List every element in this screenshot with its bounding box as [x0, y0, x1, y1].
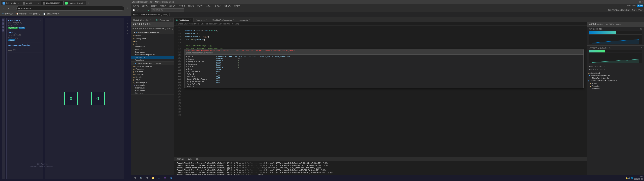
- tab-nuget-close[interactable]: ×: [150, 19, 151, 21]
- tree-controllers[interactable]: ▶ Controllers: [131, 73, 174, 76]
- project-header[interactable]: ▼ ◈ Zhaosi.ElasticSearchCore: [131, 30, 174, 34]
- tree-dependencies[interactable]: ▶ 依赖项: [131, 34, 174, 37]
- tree-startup[interactable]: ● Startup.cs: [131, 92, 174, 94]
- mini-icon-4[interactable]: ◎: [2, 29, 4, 32]
- window-maximize[interactable]: □: [640, 1, 641, 3]
- tree-nlog[interactable]: ⚙ nlog.config: [131, 84, 174, 86]
- window-minimize[interactable]: —: [636, 1, 638, 3]
- perf-item-logstash[interactable]: ▶ Zhaosi.ElasticSearch.Logstash.TCP: [587, 80, 644, 82]
- code-content[interactable]: Person person = new Person(); person.Id …: [183, 26, 587, 157]
- tab-text[interactable]: xxx文字 ×: [21, 1, 41, 5]
- tree-cluster[interactable]: ▶ Cluster: [185, 58, 215, 60]
- tree-fields[interactable]: ▶ Fields: [185, 65, 215, 68]
- mini-icon-3[interactable]: ⊞: [2, 26, 4, 28]
- tree-wwwroot[interactable]: ▶ wwwroot: [131, 70, 174, 73]
- menu-view[interactable]: 视图(V): [150, 4, 159, 7]
- toolbar-save[interactable]: 💾: [132, 8, 136, 12]
- tree-bin[interactable]: ▶ bin: [131, 40, 174, 42]
- tab-elasticsearch[interactable]: elasticsearch.head ×: [64, 1, 86, 5]
- tab-personal-computer[interactable]: 我的个人电脑 ×: [1, 1, 21, 5]
- tree-obj[interactable]: ▶ obj: [131, 42, 174, 45]
- breadcrumb-project-label[interactable]: Zhaosi.ElasticSearchCore: [178, 23, 199, 25]
- tree-appsettings[interactable]: { } appsettings.json: [131, 81, 174, 84]
- tree-springcloud[interactable]: ▶ SpringCloud: [131, 37, 174, 40]
- taskbar-search[interactable]: 🔍: [138, 175, 144, 181]
- solution-header[interactable]: ▼ 解决方案 'Zhaosi.ElasticSearchCore' (1个项目): [131, 27, 174, 30]
- tree-documents[interactable]: ▶ Documents: [185, 63, 215, 65]
- tree-properties[interactable]: ▶ Properties: [131, 68, 174, 70]
- toolbar-redo[interactable]: ↪: [140, 8, 144, 12]
- tree-debuginfo[interactable]: ▶ DebugInformation: [185, 60, 215, 63]
- tree-views[interactable]: ▶ Views: [131, 78, 174, 81]
- menu-window[interactable]: 窗口(W): [223, 4, 232, 7]
- tab-program-close[interactable]: ×: [170, 19, 171, 21]
- menu-analyze[interactable]: 分析(N): [196, 4, 204, 7]
- mini-icon-1[interactable]: □: [2, 19, 4, 22]
- menu-file[interactable]: 文件(F): [132, 4, 140, 7]
- tab-program-cs-1[interactable]: C# Program.cs ×: [154, 18, 174, 22]
- tree-tracinfo[interactable]: ● TracInfo.cs: [131, 59, 174, 61]
- tree-profile[interactable]: Profile: [185, 86, 215, 88]
- taskbar-edge[interactable]: ◉: [168, 175, 174, 181]
- tree-pointintime[interactable]: PointInTimeId: [185, 83, 215, 86]
- tab-nuget[interactable]: NuGet - Zhaosi.E... ×: [131, 18, 154, 22]
- index-close-1[interactable]: ×: [40, 19, 42, 21]
- perf-item-properties[interactable]: ▶ Properties: [587, 85, 644, 88]
- logstash-header[interactable]: ▼ ◈ Zhaosi.ElasticSearch.Logstash: [131, 62, 174, 65]
- tree-testdata[interactable]: ● TestData.cs: [131, 56, 174, 59]
- tree-connected-services[interactable]: ▶ Connected Services: [131, 65, 174, 68]
- new-tab-button[interactable]: +: [86, 1, 91, 5]
- tab-output[interactable]: 输出: [186, 158, 194, 161]
- menu-tools[interactable]: 工具(T): [205, 4, 214, 7]
- taskbar-start[interactable]: ⊞: [132, 175, 138, 181]
- tree-person[interactable]: ● Person.cs: [131, 48, 174, 50]
- menu-debug[interactable]: 调试(D): [177, 4, 186, 7]
- taskbar-explorer[interactable]: 📁: [150, 175, 156, 181]
- tab-close-btn[interactable]: ×: [18, 2, 19, 4]
- back-button[interactable]: ‹: [1, 6, 5, 10]
- index-item-1[interactable]: k_manager_1 × 大小: 30M (30.2M) docs: 17 (…: [6, 18, 43, 30]
- tab-nlog[interactable]: nlog.config ×: [236, 18, 252, 22]
- bookmark-4[interactable]: 📄 【精品MVP慕慕1...: [42, 12, 63, 15]
- address-bar[interactable]: localhost:9100/: [16, 6, 124, 10]
- tree-hitsmetadata[interactable]: ▶ HitsMetadata: [185, 70, 215, 73]
- tree-sendby[interactable]: ● SendByWebRequest.cs: [131, 53, 174, 56]
- refresh-button[interactable]: ↺: [12, 6, 16, 10]
- tab-errors[interactable]: 错误列表: [174, 158, 186, 161]
- tab-sendby[interactable]: SendByWebRequest.cs ×: [210, 18, 236, 22]
- bookmark-1[interactable]: ⊞ 行寮城堡页: [1, 12, 14, 15]
- menu-test[interactable]: 测试(T): [186, 4, 195, 7]
- tree-orderinfo[interactable]: ● OrderInfo.cs: [131, 45, 174, 48]
- tab-close-btn[interactable]: ×: [38, 2, 39, 4]
- tab-program2-close[interactable]: ×: [206, 19, 208, 21]
- tree-scrollid[interactable]: ScrollId: [185, 88, 215, 88]
- menu-extensions[interactable]: 扩展(X): [214, 4, 223, 7]
- bookmark-3[interactable]: ☰ 公交公示小: [28, 12, 42, 15]
- tab-testdata[interactable]: C# TestData.cs ×: [174, 18, 193, 22]
- solution-tab-active[interactable]: 解决方案 'Zhaosi.ElasticSearchCore' (1个项目): [132, 13, 170, 16]
- toolbar-debug-start[interactable]: ▶: [146, 8, 150, 12]
- toolbar-undo[interactable]: ↩: [136, 8, 140, 12]
- perf-item-startup[interactable]: ● Controllers: [587, 88, 644, 90]
- tree-numreduce[interactable]: NumberOfReducePhases: [185, 78, 215, 80]
- tag-close-kibana[interactable]: ×: [16, 39, 16, 41]
- tab-sendby-close[interactable]: ×: [233, 19, 234, 21]
- index-item-3[interactable]: .apm-agent-configuration 大小: -- docs: 0 …: [6, 43, 43, 52]
- tab-close-btn[interactable]: ×: [60, 2, 62, 4]
- menu-edit[interactable]: 编辑(E): [140, 4, 150, 7]
- taskbar-apps[interactable]: ⊞: [144, 175, 150, 181]
- tag-close-k[interactable]: ×: [26, 27, 26, 29]
- tab-close-btn[interactable]: ×: [84, 2, 84, 4]
- menu-build[interactable]: 生成(B): [168, 4, 177, 7]
- index-item-2[interactable]: .kibana_1 大小: 30K (36.2K) docs: 17 (22) …: [6, 30, 43, 43]
- perf-item-elasticsearchcore[interactable]: ▼ Zhaosi.ElasticSearchCore: [587, 74, 644, 77]
- perf-item-logstash2[interactable]: ▶ 依赖项: [587, 82, 644, 85]
- tab-testdata-close[interactable]: ×: [190, 19, 191, 21]
- tree-hits[interactable]: ▶ Hits: [185, 68, 215, 70]
- settings-icon[interactable]: ⋮: [125, 6, 129, 10]
- toolbar-search[interactable]: [151, 8, 184, 12]
- tab-nlog-close[interactable]: ×: [249, 19, 250, 21]
- tree-program[interactable]: ● Program.cs: [131, 50, 174, 53]
- tab-program-cs-2[interactable]: Program.cs ×: [194, 18, 210, 22]
- perf-item-springcloud[interactable]: ▶ SpringCloud: [587, 72, 644, 74]
